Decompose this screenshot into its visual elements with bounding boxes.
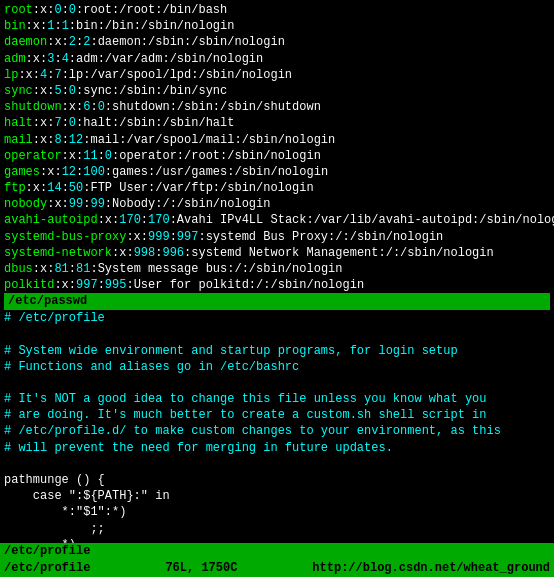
profile-line-wildcard: *): [4, 537, 550, 544]
profile-line-comment2: # Functions and aliases go in /etc/bashr…: [4, 359, 550, 375]
passwd-line-sync: sync:x:5:0:sync:/sbin:/bin/sync: [4, 83, 550, 99]
status-bar-bottom: /etc/profile 76L, 1750C http://blog.csdn…: [0, 560, 554, 577]
passwd-line-shutdown: shutdown:x:6:0:shutdown:/sbin:/sbin/shut…: [4, 99, 550, 115]
passwd-line-bin: bin:x:1:1:bin:/bin:/sbin/nologin: [4, 18, 550, 34]
passwd-line-dbus: dbus:x:81:81:System message bus:/:/sbin/…: [4, 261, 550, 277]
profile-line-pathmunge: pathmunge () {: [4, 472, 550, 488]
profile-line-comment4: # are doing. It's much better to create …: [4, 407, 550, 423]
profile-line-comment1: # System wide environment and startup pr…: [4, 343, 550, 359]
status-bottom-right: http://blog.csdn.net/wheat_ground: [312, 560, 550, 577]
profile-line-comment3: # It's NOT a good idea to change this fi…: [4, 391, 550, 407]
passwd-line-ftp: ftp:x:14:50:FTP User:/var/ftp:/sbin/nolo…: [4, 180, 550, 196]
profile-line-comment6: # will prevent the need for merging in f…: [4, 440, 550, 456]
passwd-line-daemon: daemon:x:2:2:daemon:/sbin:/sbin/nologin: [4, 34, 550, 50]
profile-line-header: # /etc/profile: [4, 310, 550, 326]
passwd-line-avahi: avahi-autoipd:x:170:170:Avahi IPv4LL Sta…: [4, 212, 550, 228]
passwd-line-lp: lp:x:4:7:lp:/var/spool/lpd:/sbin/nologin: [4, 67, 550, 83]
profile-line-case-match: *:"$1":*): [4, 504, 550, 520]
profile-line-dsemicolon: ;;: [4, 521, 550, 537]
passwd-line-halt: halt:x:7:0:halt:/sbin:/sbin/halt: [4, 115, 550, 131]
profile-line-comment5: # /etc/profile.d/ to make custom changes…: [4, 423, 550, 439]
profile-line-empty1: [4, 326, 550, 342]
passwd-line-games: games:x:12:100:games:/usr/games:/sbin/no…: [4, 164, 550, 180]
passwd-line-polkitd: polkitd:x:997:995:User for polkitd:/:/sb…: [4, 277, 550, 293]
passwd-line-nobody: nobody:x:99:99:Nobody:/:/sbin/nologin: [4, 196, 550, 212]
status-bar-passwd: /etc/passwd: [4, 293, 550, 310]
status-bar-profile: /etc/profile: [0, 543, 554, 560]
profile-line-empty2: [4, 375, 550, 391]
passwd-line-root: root:x:0:0:root:/root:/bin/bash: [4, 2, 550, 18]
status-bottom-left: /etc/profile: [4, 560, 90, 577]
profile-line-empty3: [4, 456, 550, 472]
status-bottom-middle: 76L, 1750C: [165, 560, 237, 577]
passwd-line-operator: operator:x:11:0:operator:/root:/sbin/nol…: [4, 148, 550, 164]
passwd-line-adm: adm:x:3:4:adm:/var/adm:/sbin/nologin: [4, 51, 550, 67]
passwd-line-sysnet: systemd-network:x:998:996:systemd Networ…: [4, 245, 550, 261]
profile-line-case: case ":${PATH}:" in: [4, 488, 550, 504]
terminal: root:x:0:0:root:/root:/bin/bash bin:x:1:…: [0, 0, 554, 577]
passwd-line-sysdbus: systemd-bus-proxy:x:999:997:systemd Bus …: [4, 229, 550, 245]
passwd-line-mail: mail:x:8:12:mail:/var/spool/mail:/sbin/n…: [4, 132, 550, 148]
content-area: root:x:0:0:root:/root:/bin/bash bin:x:1:…: [0, 0, 554, 543]
